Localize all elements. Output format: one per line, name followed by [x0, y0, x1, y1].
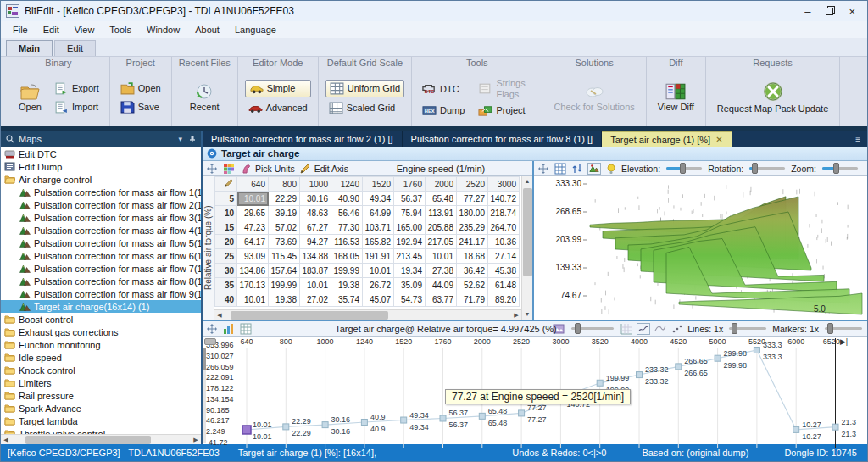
tree-item[interactable]: Boost control: [1, 313, 201, 326]
column-header[interactable]: 1760: [394, 177, 426, 192]
table-cell[interactable]: 235.29: [457, 220, 488, 235]
chart-point-selected[interactable]: [242, 426, 251, 434]
table-cell[interactable]: 56.37: [394, 192, 426, 206]
export-button[interactable]: Export: [51, 81, 103, 97]
menu-item-tools[interactable]: Tools: [103, 23, 138, 36]
table-cell[interactable]: 52.62: [457, 278, 488, 292]
row-header[interactable]: 35: [215, 278, 237, 292]
table-cell[interactable]: 44.09: [426, 278, 457, 292]
scroll-left-icon[interactable]: ◀: [1, 437, 11, 443]
markers-style-icon[interactable]: [670, 323, 684, 335]
column-header[interactable]: 2520: [457, 177, 488, 192]
move-icon[interactable]: [205, 163, 219, 175]
menu-item-edit[interactable]: Edit: [36, 23, 66, 36]
table-cell[interactable]: 213.45: [394, 249, 426, 264]
chart-point[interactable]: [597, 380, 603, 386]
table-cell[interactable]: 22.29: [269, 192, 300, 206]
chart-point[interactable]: [754, 348, 760, 353]
transparency-slider[interactable]: [571, 327, 614, 330]
uniform-grid-button[interactable]: Uniform Grid: [326, 80, 404, 97]
smooth-line-icon[interactable]: [654, 323, 667, 335]
tree-item[interactable]: Pulsation correction for mass air flow 1…: [1, 186, 201, 198]
scroll-right-icon[interactable]: ▶: [191, 437, 201, 443]
tabstrip-menu-icon[interactable]: ≡: [849, 131, 867, 147]
chart-plot-area[interactable]: 6408001000124015201760200025203000352040…: [203, 337, 867, 444]
table-cell[interactable]: 27.02: [300, 292, 331, 307]
document-tab[interactable]: Pulsation correction for mass air flow 8…: [403, 131, 603, 147]
table-cell[interactable]: 49.34: [363, 192, 394, 206]
search-icon[interactable]: [6, 135, 14, 143]
table-cell[interactable]: 19.38: [331, 278, 363, 292]
table-cell[interactable]: 217.05: [426, 235, 457, 249]
project-save-button[interactable]: Save: [117, 99, 164, 115]
chart-grid-icon[interactable]: [620, 323, 633, 335]
ribbon-tab-main[interactable]: Main: [6, 40, 53, 56]
column-header[interactable]: 2000: [426, 177, 457, 192]
table-cell[interactable]: 61.48: [488, 278, 520, 292]
table-cell[interactable]: 180.00: [457, 206, 488, 220]
tree-item[interactable]: Pulsation correction for mass air flow 8…: [1, 275, 201, 287]
tree-item[interactable]: Pulsation correction for mass air flow 9…: [1, 287, 201, 300]
table-cell[interactable]: 29.65: [237, 206, 269, 220]
table-cell[interactable]: 35.09: [394, 278, 426, 292]
tab-close-icon[interactable]: ✕: [715, 135, 722, 144]
table-cell[interactable]: 73.69: [269, 235, 300, 249]
row-header[interactable]: 20: [215, 235, 237, 249]
table-cell[interactable]: 30.16: [300, 192, 331, 206]
chart-point[interactable]: [440, 415, 446, 421]
pick-units-button[interactable]: Pick Units: [239, 163, 295, 175]
table-cell[interactable]: 264.70: [488, 220, 520, 235]
table-cell[interactable]: 67.27: [300, 220, 331, 235]
menu-item-about[interactable]: About: [188, 23, 226, 36]
restore-button[interactable]: [826, 8, 833, 15]
table-cell[interactable]: 10.01: [426, 249, 457, 264]
chart-point[interactable]: [637, 372, 643, 378]
tree-item[interactable]: Limiters: [1, 376, 201, 389]
table-cell[interactable]: 65.48: [426, 192, 457, 206]
tree-item[interactable]: Target air charge(16x14) (1): [1, 300, 201, 313]
table-cell[interactable]: 18.68: [457, 249, 488, 264]
table-cell[interactable]: 134.86: [237, 264, 269, 278]
surface-plot[interactable]: 333.30268.65203.99139.3374.675.0: [534, 176, 867, 320]
table-cell[interactable]: 47.23: [237, 220, 269, 235]
ribbon-tab-edit[interactable]: Edit: [54, 40, 96, 56]
table-cell[interactable]: 56.46: [331, 206, 363, 220]
table-cell[interactable]: 35.74: [331, 292, 363, 307]
table-cell[interactable]: 63.77: [426, 292, 457, 307]
table-cell[interactable]: 48.63: [300, 206, 331, 220]
chart-point[interactable]: [322, 422, 328, 428]
move-icon[interactable]: [537, 163, 550, 175]
chart-point[interactable]: [361, 419, 367, 425]
table-cell[interactable]: 113.91: [426, 206, 457, 220]
view-diff-button[interactable]: View Diff: [654, 81, 698, 114]
row-header[interactable]: 5: [215, 192, 237, 206]
tree-item[interactable]: Air charge control: [1, 173, 201, 186]
sort-arrows-icon[interactable]: [570, 163, 584, 175]
table-cell[interactable]: 170.13: [237, 278, 269, 292]
table-cell[interactable]: 93.09: [237, 249, 269, 264]
dump-button[interactable]: HEX Dump: [419, 103, 468, 119]
table-cell[interactable]: 116.53: [331, 235, 363, 249]
table-cell[interactable]: 19.34: [394, 264, 426, 278]
tree-item[interactable]: Idle speed: [1, 351, 201, 364]
tree-item[interactable]: Edit Dump: [1, 160, 201, 173]
import-button[interactable]: Import: [51, 99, 103, 115]
document-tab[interactable]: Pulsation correction for mass air flow 2…: [203, 131, 403, 147]
menu-item-window[interactable]: Window: [140, 23, 186, 36]
move-icon[interactable]: [205, 323, 219, 335]
chart-point[interactable]: [283, 424, 289, 430]
table-cell[interactable]: 77.30: [331, 220, 363, 235]
table-cell[interactable]: 10.36: [488, 235, 520, 249]
tree-item[interactable]: Spark Advance: [1, 402, 201, 415]
table-cell[interactable]: 192.94: [394, 235, 426, 249]
row-header[interactable]: 25: [215, 249, 237, 264]
table-cell[interactable]: 199.99: [269, 278, 300, 292]
table-cell[interactable]: 115.45: [269, 249, 300, 264]
scroll-up-icon[interactable]: ▲: [525, 176, 531, 186]
row-header[interactable]: 10: [215, 206, 237, 220]
table-cell[interactable]: 71.79: [457, 292, 488, 307]
tree-item[interactable]: Exhaust gas corrections: [1, 326, 201, 338]
tree-item[interactable]: Throttle valve control: [1, 427, 201, 434]
grid-view-icon[interactable]: [554, 163, 567, 175]
table-cell[interactable]: 10.01: [237, 292, 269, 307]
